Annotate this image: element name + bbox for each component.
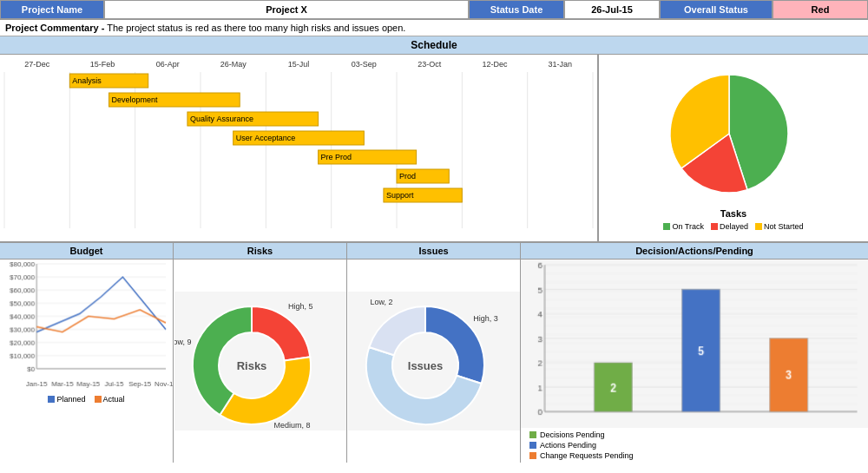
decision-legend: Decisions Pending Actions Pending Change… — [521, 428, 868, 463]
project-name-value: Project X — [104, 0, 469, 19]
legend-on-track-label: On Track — [672, 222, 704, 231]
budget-legend: Planned Actual — [0, 395, 173, 404]
status-date-value: 26-Jul-15 — [564, 0, 660, 19]
legend-delayed: Delayed — [711, 222, 748, 231]
schedule-section: Schedule Tasks On Track Delayed Not Star… — [0, 36, 868, 243]
legend-not-started: Not Started — [755, 222, 804, 231]
legend-not-started-label: Not Started — [764, 222, 804, 231]
decision-header: Decision/Actions/Pending — [521, 243, 868, 259]
legend-actual: Actual — [95, 395, 125, 404]
pie-legend: On Track Delayed Not Started — [663, 222, 803, 231]
issues-donut-area — [347, 259, 520, 463]
pie-area: Tasks On Track Delayed Not Started — [599, 55, 868, 241]
risks-donut-area — [174, 259, 346, 463]
header: Project Name Project X Status Date 26-Ju… — [0, 0, 868, 20]
commentary-text: The project status is red as there too m… — [104, 23, 405, 33]
legend-delayed-label: Delayed — [720, 222, 748, 231]
legend-actions: Actions Pending — [529, 441, 859, 450]
commentary: Project Commentary - The project status … — [0, 20, 868, 36]
project-name-label: Project Name — [0, 0, 104, 19]
pie-title: Tasks — [720, 208, 746, 219]
legend-on-track: On Track — [663, 222, 704, 231]
overall-status-label: Overall Status — [660, 0, 773, 19]
budget-col: Budget Planned Actual — [0, 243, 174, 463]
schedule-content: Tasks On Track Delayed Not Started — [0, 55, 868, 241]
overall-status-value: Red — [773, 0, 868, 19]
gantt-area — [0, 55, 599, 241]
budget-header: Budget — [0, 243, 173, 259]
risks-header: Risks — [174, 243, 346, 259]
commentary-prefix: Project Commentary - — [5, 23, 104, 33]
legend-change-requests: Change Requests Pending — [529, 451, 859, 460]
risks-col: Risks — [174, 243, 347, 463]
schedule-header: Schedule — [0, 36, 868, 55]
bottom-section: Budget Planned Actual Risks Issues Decis… — [0, 243, 868, 463]
issues-header: Issues — [347, 243, 520, 259]
issues-col: Issues — [347, 243, 521, 463]
legend-planned: Planned — [48, 395, 85, 404]
decision-col: Decision/Actions/Pending Decisions Pendi… — [521, 243, 868, 463]
legend-decisions: Decisions Pending — [529, 430, 859, 439]
status-date-label: Status Date — [469, 0, 564, 19]
